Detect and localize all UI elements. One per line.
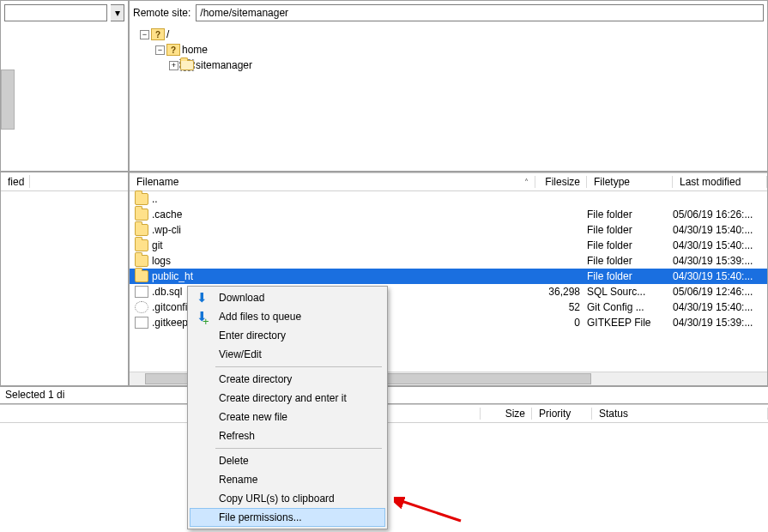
cell-mod: 04/30/19 15:40:... [673, 270, 767, 282]
folder-icon [135, 224, 148, 236]
context-menu[interactable]: ⬇Download⬇+Add files to queueEnter direc… [187, 286, 388, 529]
table-row[interactable]: public_htFile folder04/30/19 15:40:... [130, 269, 767, 284]
cell-name: logs [152, 255, 535, 267]
menu-item-copy-url-s-to-clipboard[interactable]: Copy URL(s) to clipboard [190, 489, 385, 508]
cell-name: .wp-cli [152, 224, 535, 236]
queue-col-status[interactable]: Status [592, 405, 768, 422]
menu-item-label: Copy URL(s) to clipboard [219, 493, 335, 505]
cell-type: File folder [587, 239, 673, 251]
chevron-down-icon: ▾ [115, 7, 120, 19]
cell-type: File folder [587, 209, 673, 221]
unknown-folder-icon: ? [166, 44, 180, 56]
menu-separator [215, 448, 382, 449]
menu-item-label: Create new file [219, 411, 287, 423]
scrollbar-thumb[interactable] [1, 70, 15, 130]
table-row[interactable]: gitFile folder04/30/19 15:40:... [130, 238, 767, 253]
cell-mod: 05/06/19 16:26:... [673, 209, 767, 221]
menu-item-refresh[interactable]: Refresh [190, 426, 385, 445]
tree-collapse-icon[interactable]: − [140, 30, 149, 39]
cell-name: .. [152, 193, 535, 205]
col-filesize[interactable]: Filesize [535, 173, 587, 190]
table-row[interactable]: .. [130, 191, 767, 207]
cell-size: 0 [535, 317, 587, 329]
menu-item-file-permissions[interactable]: File permissions... [190, 508, 385, 527]
local-columns[interactable]: fied [1, 172, 128, 191]
cell-type: SQL Sourc... [587, 286, 673, 298]
col-filename[interactable]: Filename˄ [130, 173, 535, 190]
menu-item-rename[interactable]: Rename [190, 470, 385, 489]
remote-columns[interactable]: Filename˄ Filesize Filetype Last modifie… [130, 172, 767, 191]
gear-icon [135, 301, 148, 313]
menu-item-label: Download [219, 292, 264, 304]
tree-sitemanager-label[interactable]: sitemanager [196, 59, 252, 71]
file-icon [135, 317, 148, 329]
menu-item-download[interactable]: ⬇Download [190, 288, 385, 307]
menu-item-create-directory[interactable]: Create directory [190, 370, 385, 389]
tree-expand-icon[interactable]: + [169, 61, 178, 70]
menu-item-label: Rename [219, 474, 257, 486]
cell-type: File folder [587, 224, 673, 236]
menu-item-label: File permissions... [219, 511, 302, 523]
menu-item-add-files-to-queue[interactable]: ⬇+Add files to queue [190, 307, 385, 326]
cell-size: 52 [535, 301, 587, 313]
tree-home-label[interactable]: home [182, 44, 208, 56]
remote-site-label: Remote site: [133, 7, 190, 19]
cell-type: Git Config ... [587, 301, 673, 313]
tree-collapse-icon[interactable]: − [155, 45, 165, 55]
menu-item-create-new-file[interactable]: Create new file [190, 408, 385, 426]
cell-size: 36,298 [535, 286, 587, 298]
folder-icon [135, 270, 148, 282]
menu-item-label: Refresh [219, 430, 255, 442]
menu-item-create-directory-and-enter-it[interactable]: Create directory and enter it [190, 389, 385, 408]
cell-mod: 05/06/19 12:46:... [673, 286, 767, 298]
menu-separator [215, 366, 382, 367]
menu-item-label: Enter directory [219, 329, 286, 342]
tree-root-label[interactable]: / [166, 28, 169, 40]
col-lastmod[interactable]: Last modified [673, 173, 767, 190]
unknown-folder-icon: ? [151, 28, 165, 40]
local-col-fragment: fied [8, 176, 24, 188]
menu-item-label: Create directory [219, 373, 292, 385]
cell-mod: 04/30/19 15:39:... [673, 317, 767, 329]
file-icon [135, 286, 148, 298]
remote-path-input[interactable] [196, 4, 764, 21]
folder-icon [135, 193, 148, 205]
table-row[interactable]: .cacheFile folder05/06/19 16:26:... [130, 207, 767, 222]
menu-item-label: View/Edit [219, 348, 262, 360]
queue-icon: ⬇+ [195, 310, 209, 323]
selection-status-text: Selected 1 di [5, 389, 64, 401]
cell-mod: 04/30/19 15:40:... [673, 224, 767, 236]
folder-icon [135, 239, 148, 251]
cell-type: File folder [587, 255, 673, 267]
queue-col-size[interactable]: Size [481, 405, 532, 422]
cell-type: GITKEEP File [587, 317, 673, 329]
local-tree-pane: ▾ [0, 0, 129, 172]
remote-tree-pane: Remote site: − ? / − ? home + sitemanage… [129, 0, 768, 172]
cell-name: .cache [152, 209, 535, 221]
cell-type: File folder [587, 270, 673, 282]
download-icon: ⬇ [195, 291, 209, 305]
queue-col-priority[interactable]: Priority [532, 405, 592, 422]
menu-item-enter-directory[interactable]: Enter directory [190, 326, 385, 345]
table-row[interactable]: logsFile folder04/30/19 15:39:... [130, 253, 767, 269]
folder-icon [135, 255, 148, 267]
local-file-pane: fied [0, 172, 129, 386]
cell-mod: 04/30/19 15:40:... [673, 301, 767, 313]
local-path-dropdown[interactable]: ▾ [111, 4, 124, 21]
sort-asc-icon: ˄ [524, 178, 529, 187]
cell-mod: 04/30/19 15:40:... [673, 239, 767, 251]
folder-icon [180, 60, 194, 70]
local-path-combo[interactable] [4, 4, 107, 21]
menu-item-label: Add files to queue [219, 311, 301, 323]
menu-item-delete[interactable]: Delete [190, 451, 385, 470]
menu-item-label: Delete [219, 455, 249, 467]
remote-tree[interactable]: − ? / − ? home + sitemanager [140, 27, 764, 73]
menu-item-label: Create directory and enter it [219, 392, 347, 404]
menu-item-view-edit: View/Edit [190, 345, 385, 364]
table-row[interactable]: .wp-cliFile folder04/30/19 15:40:... [130, 222, 767, 238]
cell-name: public_ht [152, 270, 535, 282]
cell-name: git [152, 239, 535, 251]
col-filetype[interactable]: Filetype [587, 173, 673, 190]
folder-icon [135, 209, 148, 221]
cell-mod: 04/30/19 15:39:... [673, 255, 767, 267]
